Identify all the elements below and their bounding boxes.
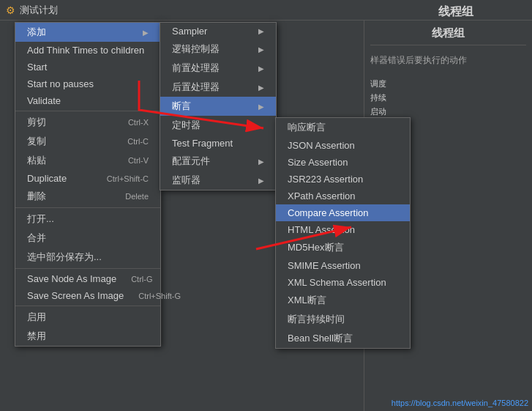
assertion-item-md5hex[interactable]: MD5Hex断言 [276, 238, 410, 257]
menu-item-copy[interactable]: 复制 Ctrl-C [15, 132, 160, 151]
menu-item-enable[interactable]: 启用 [15, 308, 160, 327]
top-bar-title: 测试计划 [20, 4, 58, 17]
right-panel-options: 调度 持续 启动 [370, 78, 526, 117]
submenu-item-sampler[interactable]: Sampler ▶ [160, 23, 276, 40]
assertion-item-response[interactable]: 响应断言 [276, 118, 410, 137]
menu-item-open[interactable]: 打开... [15, 210, 160, 229]
menu-item-save-selected[interactable]: 选中部分保存为... [15, 248, 160, 267]
separator-1 [15, 111, 160, 111]
right-panel-continue: 持续 [370, 92, 526, 103]
menu-item-paste[interactable]: 粘贴 Ctrl-V [15, 151, 160, 170]
submenu-item-post-processor[interactable]: 后置处理器 ▶ [160, 78, 276, 97]
assertion-item-compare[interactable]: Compare Assertion [276, 204, 410, 221]
arrow-icon-pre: ▶ [258, 64, 264, 73]
submenu-assertions: 响应断言 JSON Assertion Size Assertion JSR22… [275, 117, 411, 349]
menu-item-disable[interactable]: 禁用 [15, 327, 160, 346]
menu-item-merge[interactable]: 合并 [15, 229, 160, 248]
assertion-item-beanshell[interactable]: Bean Shell断言 [276, 329, 410, 348]
right-panel-header: 线程组 [370, 26, 526, 45]
arrow-icon-add: ▶ [143, 29, 149, 37]
assertion-item-smime[interactable]: SMIME Assertion [276, 257, 410, 274]
arrow-icon-listener: ▶ [258, 177, 264, 185]
assertion-item-xml[interactable]: XML断言 [276, 291, 410, 310]
submenu-item-timer[interactable]: 定时器 [160, 116, 276, 135]
assertion-item-jsr223[interactable]: JSR223 Assertion [276, 171, 410, 188]
separator-4 [15, 306, 160, 306]
submenu-item-listener[interactable]: 监听器 ▶ [160, 171, 276, 190]
arrow-icon-post: ▶ [258, 84, 264, 92]
menu-item-cut[interactable]: 剪切 Ctrl-X [15, 113, 160, 132]
watermark: https://blog.csdn.net/weixin_47580822 [391, 399, 528, 407]
menu-item-save-node-image[interactable]: Save Node As Image Ctrl-G [15, 270, 160, 287]
app-icon: ⚙ [6, 4, 15, 16]
assertion-item-size[interactable]: Size Assertion [276, 154, 410, 171]
menu-item-save-screen-image[interactable]: Save Screen As Image Ctrl+Shift-G [15, 287, 160, 304]
separator-3 [15, 268, 160, 269]
thread-group-label: 线程组 [438, 4, 473, 20]
assertion-item-xpath[interactable]: XPath Assertion [276, 188, 410, 204]
separator-2 [15, 207, 160, 208]
right-panel-action-label: 样器错误后要执行的动作 [370, 54, 526, 67]
menu-item-validate[interactable]: Validate [15, 92, 160, 109]
submenu-item-assertion[interactable]: 断言 ▶ [160, 97, 276, 116]
right-panel-start: 启动 [370, 106, 526, 117]
context-menu-main: 添加 ▶ Add Think Times to children Start S… [15, 22, 161, 347]
submenu-item-pre-processor[interactable]: 前置处理器 ▶ [160, 59, 276, 78]
submenu-add: Sampler ▶ 逻辑控制器 ▶ 前置处理器 ▶ 后置处理器 ▶ 断言 ▶ 定… [160, 22, 277, 190]
assertion-item-xml-schema[interactable]: XML Schema Assertion [276, 274, 410, 291]
assertion-item-duration[interactable]: 断言持续时间 [276, 310, 410, 329]
arrow-icon-assertion: ▶ [258, 103, 264, 111]
submenu-item-test-fragment[interactable]: Test Fragment [160, 135, 276, 152]
assertion-item-json[interactable]: JSON Assertion [276, 137, 410, 154]
menu-item-start-no-pauses[interactable]: Start no pauses [15, 75, 160, 92]
submenu-item-logic-controller[interactable]: 逻辑控制器 ▶ [160, 40, 276, 59]
menu-item-add[interactable]: 添加 ▶ [15, 23, 160, 42]
menu-item-start[interactable]: Start [15, 59, 160, 75]
menu-item-duplicate[interactable]: Duplicate Ctrl+Shift-C [15, 170, 160, 187]
arrow-icon-logic: ▶ [258, 45, 264, 53]
assertion-item-html[interactable]: HTML Assertion [276, 221, 410, 238]
arrow-icon-sampler: ▶ [258, 27, 264, 35]
menu-item-delete[interactable]: 删除 Delete [15, 187, 160, 206]
submenu-item-config[interactable]: 配置元件 ▶ [160, 152, 276, 171]
menu-item-add-think-times[interactable]: Add Think Times to children [15, 42, 160, 59]
arrow-icon-config: ▶ [258, 158, 264, 166]
right-panel-adjust: 调度 [370, 78, 526, 89]
